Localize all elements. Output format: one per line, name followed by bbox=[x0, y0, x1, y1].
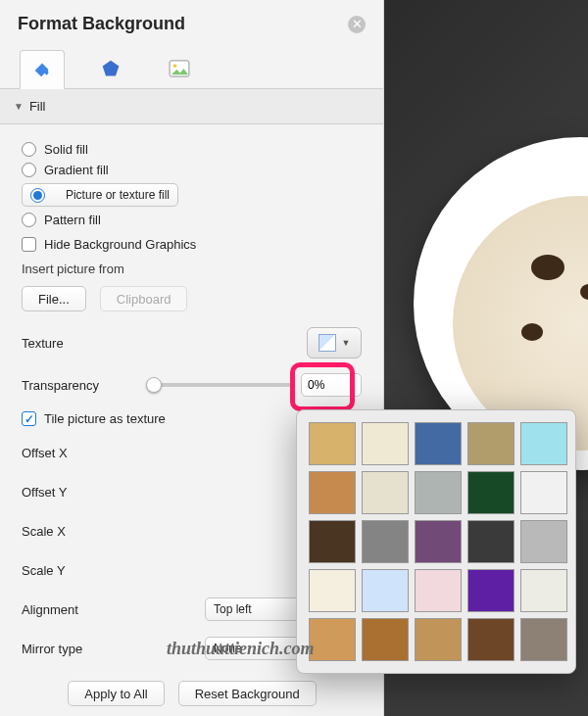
texture-swatch-21[interactable] bbox=[362, 618, 409, 661]
texture-swatch-10[interactable] bbox=[309, 520, 356, 563]
texture-swatch-14[interactable] bbox=[520, 520, 567, 563]
tab-fill[interactable] bbox=[20, 50, 65, 89]
offset-y-label: Offset Y bbox=[22, 485, 68, 500]
clipboard-button: Clipboard bbox=[100, 286, 188, 311]
texture-swatch-4[interactable] bbox=[520, 422, 567, 465]
texture-picker-button[interactable]: ▼ bbox=[307, 327, 362, 358]
transparency-input[interactable] bbox=[301, 373, 362, 397]
svg-point-1 bbox=[173, 65, 177, 69]
texture-swatch-8[interactable] bbox=[467, 471, 514, 514]
radio-pattern-fill[interactable]: Pattern fill bbox=[22, 213, 362, 227]
texture-swatch-20[interactable] bbox=[309, 618, 356, 661]
offset-x-label: Offset X bbox=[22, 446, 68, 460]
texture-swatch-5[interactable] bbox=[309, 471, 356, 514]
picture-icon bbox=[169, 60, 190, 77]
radio-solid-fill[interactable]: Solid fill bbox=[22, 142, 362, 157]
apply-to-all-button[interactable]: Apply to All bbox=[68, 681, 164, 706]
scale-x-label: Scale X bbox=[22, 524, 66, 539]
texture-label: Texture bbox=[22, 336, 64, 351]
radio-gradient-fill[interactable]: Gradient fill bbox=[22, 163, 362, 177]
tab-effects[interactable] bbox=[88, 49, 133, 88]
texture-swatch-1[interactable] bbox=[362, 422, 409, 465]
texture-swatch-icon bbox=[318, 334, 336, 352]
texture-swatch-16[interactable] bbox=[362, 569, 409, 612]
paint-bucket-icon bbox=[31, 59, 53, 80]
texture-swatch-6[interactable] bbox=[362, 471, 409, 514]
texture-swatch-13[interactable] bbox=[467, 520, 514, 563]
panel-title: Format Background bbox=[18, 14, 185, 34]
texture-swatch-17[interactable] bbox=[415, 569, 462, 612]
tab-picture[interactable] bbox=[157, 49, 202, 88]
scale-y-label: Scale Y bbox=[22, 563, 66, 578]
texture-swatch-12[interactable] bbox=[415, 520, 462, 563]
texture-swatch-24[interactable] bbox=[520, 618, 567, 661]
texture-swatch-18[interactable] bbox=[467, 569, 514, 612]
close-button[interactable]: ✕ bbox=[348, 16, 366, 33]
transparency-label: Transparency bbox=[22, 378, 99, 393]
texture-swatch-23[interactable] bbox=[467, 618, 514, 661]
alignment-label: Alignment bbox=[22, 602, 78, 617]
texture-swatch-15[interactable] bbox=[309, 569, 356, 612]
texture-swatch-19[interactable] bbox=[520, 569, 567, 612]
radio-picture-fill[interactable]: Picture or texture fill bbox=[22, 183, 178, 207]
texture-swatch-0[interactable] bbox=[309, 422, 356, 465]
pentagon-icon bbox=[101, 59, 121, 78]
chevron-down-icon: ▼ bbox=[342, 338, 351, 348]
mirror-label: Mirror type bbox=[22, 642, 82, 656]
texture-swatch-22[interactable] bbox=[415, 618, 462, 661]
texture-popover bbox=[296, 409, 576, 674]
insert-picture-label: Insert picture from bbox=[22, 262, 362, 276]
disclosure-triangle-icon: ▼ bbox=[14, 101, 24, 112]
reset-background-button[interactable]: Reset Background bbox=[178, 681, 317, 706]
texture-swatch-7[interactable] bbox=[415, 471, 462, 514]
texture-swatch-3[interactable] bbox=[467, 422, 514, 465]
check-hide-bg-graphics[interactable]: Hide Background Graphics bbox=[22, 237, 362, 252]
fill-section-header[interactable]: ▼ Fill bbox=[0, 89, 383, 124]
close-icon: ✕ bbox=[352, 18, 363, 30]
texture-swatch-2[interactable] bbox=[415, 422, 462, 465]
texture-swatch-9[interactable] bbox=[520, 471, 567, 514]
transparency-slider[interactable] bbox=[146, 383, 291, 387]
fill-section-label: Fill bbox=[29, 99, 46, 114]
file-button[interactable]: File... bbox=[22, 286, 86, 311]
texture-swatch-11[interactable] bbox=[362, 520, 409, 563]
panel-tabbar bbox=[0, 44, 383, 89]
